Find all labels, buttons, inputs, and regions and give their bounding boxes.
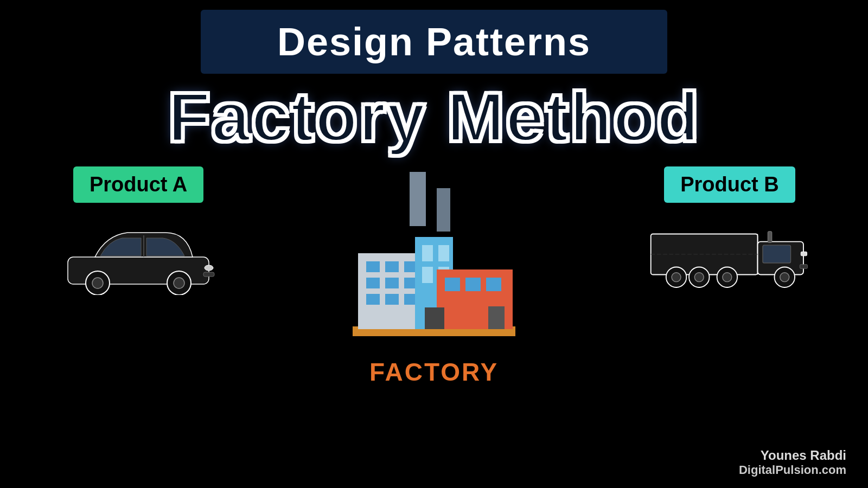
svg-rect-24 — [422, 267, 433, 283]
svg-point-45 — [723, 273, 732, 282]
svg-rect-28 — [465, 278, 481, 291]
factory-icon — [326, 166, 542, 353]
svg-rect-38 — [768, 232, 772, 243]
svg-point-47 — [780, 273, 789, 282]
svg-point-6 — [205, 265, 213, 271]
svg-rect-29 — [486, 278, 501, 291]
branding: Younes Rabdi DigitalPulsion.com — [739, 448, 846, 477]
svg-point-5 — [174, 278, 184, 288]
branding-site: DigitalPulsion.com — [739, 463, 846, 477]
product-b-badge: Product B — [664, 166, 795, 203]
svg-rect-23 — [438, 245, 449, 261]
svg-rect-31 — [425, 307, 444, 329]
slide: Design Patterns Factory Method Product A — [0, 0, 868, 488]
svg-rect-13 — [385, 261, 399, 272]
product-b-section: Product B — [635, 166, 825, 300]
main-title: Factory Method — [168, 79, 700, 156]
svg-rect-12 — [366, 261, 380, 272]
svg-rect-8 — [410, 172, 426, 226]
svg-rect-9 — [437, 188, 450, 232]
svg-rect-35 — [763, 245, 791, 263]
factory-label: FACTORY — [369, 357, 499, 387]
header-banner: Design Patterns — [201, 10, 667, 74]
car-icon — [57, 214, 220, 300]
svg-rect-16 — [385, 278, 399, 288]
factory-center: FACTORY — [320, 166, 548, 387]
truck-icon — [648, 214, 811, 300]
svg-rect-36 — [801, 252, 807, 256]
svg-rect-27 — [445, 278, 460, 291]
svg-rect-37 — [800, 265, 807, 269]
svg-point-41 — [672, 273, 681, 282]
svg-rect-30 — [488, 306, 505, 329]
product-a-badge: Product A — [73, 166, 203, 203]
svg-rect-15 — [366, 278, 380, 288]
svg-point-43 — [694, 273, 704, 282]
svg-point-3 — [92, 278, 103, 288]
content-area: Product A — [0, 166, 868, 488]
product-a-section: Product A — [43, 166, 233, 300]
branding-name: Younes Rabdi — [739, 448, 846, 463]
svg-rect-19 — [385, 294, 399, 305]
svg-rect-18 — [366, 294, 380, 305]
svg-rect-7 — [203, 272, 214, 277]
header-title: Design Patterns — [277, 20, 591, 63]
svg-rect-22 — [422, 245, 433, 261]
